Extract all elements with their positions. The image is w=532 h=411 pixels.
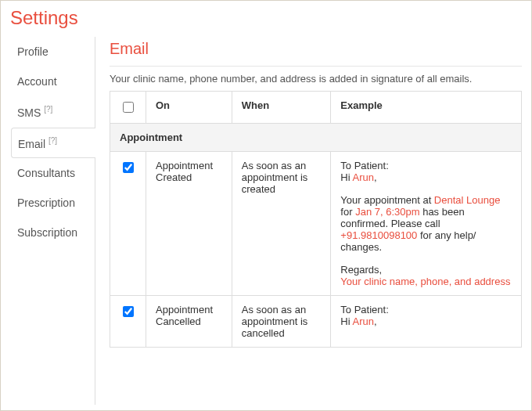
content: Email Your clinic name, phone number, an… <box>95 37 522 405</box>
sidebar-item-prescription[interactable]: Prescription <box>10 188 95 218</box>
row-checkbox[interactable] <box>123 162 134 173</box>
example-body: Your appointment at <box>340 194 434 206</box>
cell-on: Appointment Created <box>146 152 232 296</box>
sidebar-item-account[interactable]: Account <box>10 67 95 96</box>
sidebar-item-label: Account <box>17 75 57 88</box>
example-datetime: Jan 7, 6:30pm <box>355 206 419 218</box>
example-greeting-prefix: Hi <box>340 171 352 183</box>
section-title: Email <box>110 40 522 58</box>
col-when: When <box>232 92 331 124</box>
example-clinic: Dental Lounge <box>434 194 501 206</box>
table-header-row: On When Example <box>110 92 522 124</box>
cell-when: As soon as an appointment is cancelled <box>232 296 331 348</box>
col-example: Example <box>331 92 522 124</box>
group-row-appointment: Appointment <box>110 124 522 152</box>
page-title: Settings <box>10 7 522 29</box>
sidebar-item-sms[interactable]: SMS [?] <box>10 96 95 128</box>
sidebar-item-label: Subscription <box>17 226 77 239</box>
col-on: On <box>146 92 232 124</box>
example-regards: Regards, <box>340 264 382 276</box>
sidebar-item-label: Email <box>18 137 45 150</box>
table-row: Appointment Cancelled As soon as an appo… <box>110 296 522 348</box>
help-icon[interactable]: [?] <box>44 105 52 114</box>
example-greeting-suffix: , <box>374 171 377 183</box>
select-all-header <box>110 92 146 124</box>
sidebar-item-label: Consultants <box>17 167 75 179</box>
cell-when: As soon as an appointment is created <box>232 152 331 296</box>
example-body: for <box>340 206 355 218</box>
select-all-checkbox[interactable] <box>123 102 134 113</box>
cell-example: To Patient: Hi Arun, <box>331 296 522 348</box>
sidebar: Profile Account SMS [?] Email [?] Consul… <box>10 37 95 247</box>
email-settings-table: On When Example Appointment Appointment … <box>110 91 522 348</box>
example-greeting-prefix: Hi <box>340 315 352 327</box>
example-signature: Your clinic name, phone, and address <box>340 276 510 287</box>
intro-text: Your clinic name, phone number, and addr… <box>110 73 522 85</box>
layout: Profile Account SMS [?] Email [?] Consul… <box>10 37 522 405</box>
cell-example: To Patient: Hi Arun, Your appointment at… <box>331 152 522 296</box>
divider <box>110 66 522 67</box>
example-patient-name: Arun <box>353 171 374 183</box>
example-to: To Patient: <box>340 304 388 315</box>
help-icon[interactable]: [?] <box>49 136 57 145</box>
sidebar-item-label: Profile <box>17 45 49 58</box>
table-row: Appointment Created As soon as an appoin… <box>110 152 522 296</box>
sidebar-item-label: SMS <box>17 106 41 119</box>
sidebar-item-profile[interactable]: Profile <box>10 37 95 67</box>
example-patient-name: Arun <box>353 315 374 327</box>
example-greeting-suffix: , <box>374 315 377 327</box>
example-phone: +91.9810098100 <box>340 229 417 241</box>
row-checkbox[interactable] <box>123 306 134 317</box>
sidebar-item-email[interactable]: Email [?] <box>11 128 95 159</box>
settings-page: Settings Profile Account SMS [?] Email [… <box>0 0 532 411</box>
sidebar-item-label: Prescription <box>17 196 75 209</box>
sidebar-item-consultants[interactable]: Consultants <box>10 158 95 188</box>
cell-on: Appointment Cancelled <box>146 296 232 348</box>
example-to: To Patient: <box>340 160 388 171</box>
group-label: Appointment <box>110 124 522 152</box>
sidebar-item-subscription[interactable]: Subscription <box>10 218 95 247</box>
